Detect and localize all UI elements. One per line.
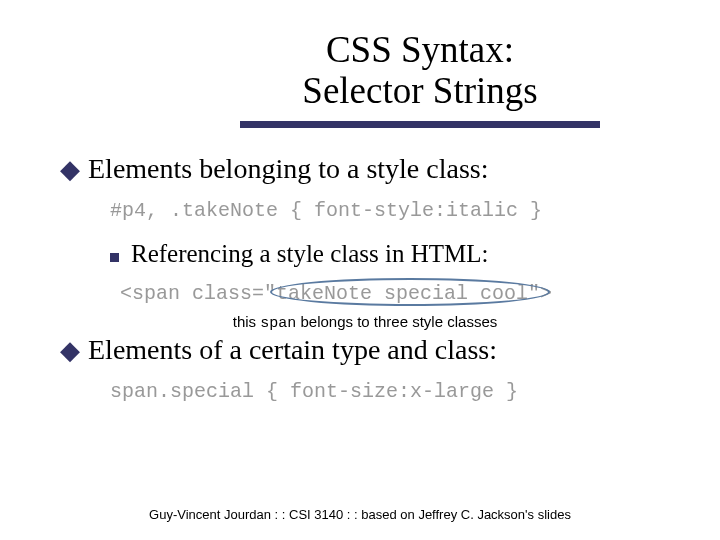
bullet-level1: ◆ Elements belonging to a style class: — [60, 153, 670, 185]
caption: this span belongs to three style classes — [60, 313, 670, 332]
title-line-1: CSS Syntax: — [240, 30, 600, 71]
html-example-wrap: <span class="takeNote special cool"> — [120, 282, 670, 305]
diamond-bullet-icon: ◆ — [60, 157, 80, 183]
title-line-2: Selector Strings — [240, 71, 600, 112]
slide: CSS Syntax: Selector Strings ◆ Elements … — [0, 0, 720, 540]
diamond-bullet-icon: ◆ — [60, 338, 80, 364]
bullet-level2: Referencing a style class in HTML: — [110, 240, 670, 268]
bullet2-text: Referencing a style class in HTML: — [131, 240, 489, 268]
bullet-level1: ◆ Elements of a certain type and class: — [60, 334, 670, 366]
caption-mono: span — [260, 315, 296, 332]
bullet1-text: Elements belonging to a style class: — [88, 153, 488, 185]
footer: Guy-Vincent Jourdan : : CSI 3140 : : bas… — [0, 507, 720, 522]
title-block: CSS Syntax: Selector Strings — [240, 30, 600, 128]
caption-post: belongs to three style classes — [296, 313, 497, 330]
code-example-1: #p4, .takeNote { font-style:italic } — [110, 199, 670, 222]
code-example-2: span.special { font-size:x-large } — [110, 380, 670, 403]
square-bullet-icon — [110, 253, 119, 262]
title-underline — [240, 121, 600, 128]
bullet3-text: Elements of a certain type and class: — [88, 334, 497, 366]
caption-pre: this — [233, 313, 261, 330]
slide-body: ◆ Elements belonging to a style class: #… — [60, 153, 670, 403]
